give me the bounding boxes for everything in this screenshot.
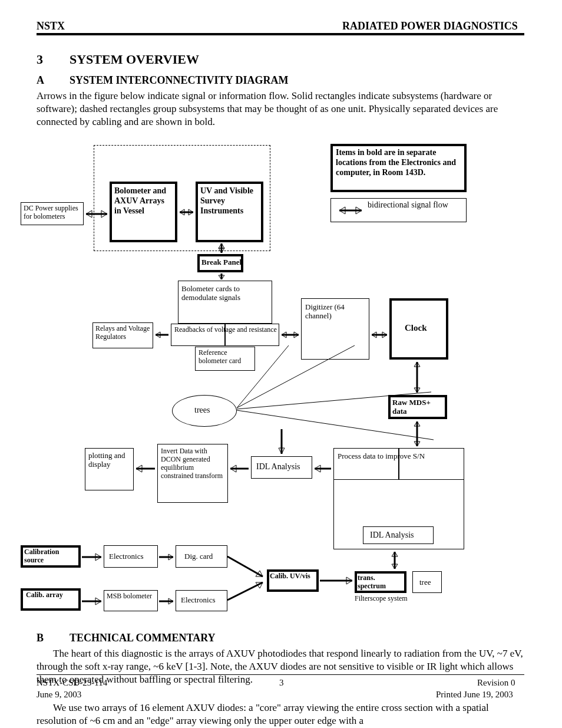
arrow-clock-raw (412, 360, 422, 395)
process-data-text: Process data to improve S/N (338, 452, 460, 460)
readbacks-text: Readbacks of voltage and resistance (174, 325, 277, 334)
demod-cards-text: Bolometer cards to demodulate signals (181, 284, 269, 302)
footer-page: 3 (279, 678, 284, 688)
legend-arrow-icon (337, 206, 364, 215)
arrow-idl-invert (228, 464, 251, 473)
header-right: RADIATED POWER DIAGNOSTICS (342, 20, 518, 32)
calib-source-text: Calibration source (24, 548, 78, 564)
electronics-text-a: Electronics (109, 552, 143, 561)
trees-text: trees (194, 406, 210, 415)
dc-power-text: DC Power supplies for bolometers (24, 204, 81, 220)
commentary-letter: B (37, 632, 44, 644)
footer-docno: NSTX-CSD-23-114 (37, 678, 107, 688)
svg-line-9 (237, 345, 355, 408)
a1 (81, 552, 104, 562)
section-number: 3 (37, 52, 43, 67)
digitizer-text: Digitizer (64 channel) (305, 302, 366, 320)
arrow-invert-plot (134, 464, 157, 473)
legend-bold-text: Items in bold are in separate locations … (336, 147, 462, 177)
relay-regs-text: Relays and Voltage Regulators (95, 324, 151, 341)
commentary-p2: We use two arrays of 16 element AXUV dio… (37, 701, 524, 727)
section-title: SYSTEM OVERVIEW (70, 52, 199, 67)
footer-rev: Revision 0 (477, 678, 515, 688)
calib-array-text: Calib. array (26, 591, 78, 599)
footer-print: Printed June 19, 2003 (436, 690, 513, 700)
a4 (158, 597, 176, 606)
footer-rule (37, 674, 524, 675)
uv-vis-text: UV and Visible Survey Instruments (200, 186, 259, 216)
header-left: NSTX (37, 20, 65, 32)
svg-line-8 (237, 345, 289, 408)
clock-text: Clock (405, 323, 427, 333)
idl-analysis-text-big: IDL Analysis (256, 462, 300, 472)
a6 (227, 580, 267, 604)
commentary-title: TECHNICAL COMMENTARY (70, 632, 216, 644)
arrow-relay-readback (153, 330, 171, 340)
trans-spec-text: trans. spectrum (358, 574, 404, 590)
figure-letter: A (37, 74, 44, 87)
arrow-readback-dig (279, 330, 301, 340)
figure-caption: Arrows in the figure below indicate sign… (37, 90, 524, 129)
a7 (319, 576, 355, 585)
a3 (81, 597, 104, 606)
msb-bolo-text: MSB bolometer (107, 592, 156, 600)
arrow-break-demod (217, 272, 226, 281)
raw-data-text: Raw MDS+ data (392, 398, 444, 416)
arrow-dig-clock (369, 330, 389, 340)
idl-analysis-text-small: IDL Analysis (370, 531, 414, 540)
calib-uvvis-text: Calib. UV/vis (270, 572, 316, 580)
arrow-trees-idl (277, 427, 286, 456)
bolometer-array-text: Bolometer and AXUV Arrays in Vessel (114, 186, 173, 216)
arrow-proc-idl (312, 464, 333, 473)
tree-text: tree (419, 578, 431, 587)
break-panel-text: Break Panel (201, 258, 242, 267)
legend-arrow-label: bidirectional signal flow (368, 200, 462, 210)
dig-card-text: Dig. card (184, 552, 213, 561)
arrow-uvvis-break (217, 242, 226, 254)
footer-date: June 9, 2003 (37, 690, 81, 700)
a2 (158, 552, 176, 562)
filter-sys-text: Filterscope system (355, 594, 443, 603)
electronics-text-b: Electronics (181, 595, 215, 605)
arrow-raw-process (412, 419, 422, 449)
a5 (227, 553, 267, 582)
arrow-dcpower-bolo (84, 209, 110, 219)
figure-title: SYSTEM INTERCONNECTIVITY DIAGRAM (70, 74, 288, 87)
header-rule (37, 33, 524, 35)
a8 (390, 549, 399, 571)
invert-text: Invert Data with DCON generated equilibr… (161, 447, 226, 480)
plotting-text: plotting and display (88, 451, 131, 469)
arrow-bolo-uvvis (177, 207, 196, 217)
